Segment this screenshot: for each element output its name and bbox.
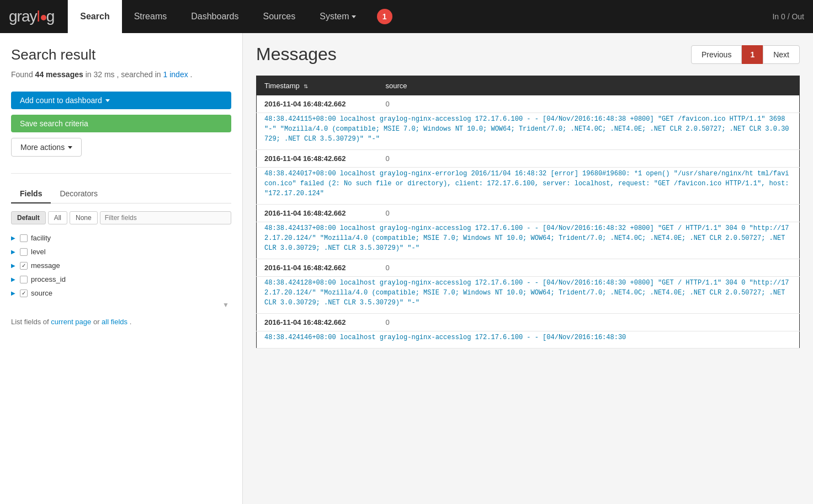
field-name-facility: facility — [31, 234, 51, 242]
save-search-label: Save search criteria — [20, 119, 88, 128]
table-row[interactable]: 2016-11-04 16:48:42.662 0 — [257, 150, 800, 168]
field-item-message: ▶ message — [11, 259, 231, 272]
footer-suffix: . — [130, 318, 132, 326]
table-row-detail: 48:38.424128+08:00 localhost graylog-ngi… — [257, 277, 800, 314]
result-index-link[interactable]: 1 index — [163, 70, 188, 79]
field-checkbox-source[interactable] — [20, 289, 28, 297]
add-count-caret-icon — [105, 99, 110, 102]
message-source-4: 0 — [378, 259, 800, 277]
table-row-detail: 48:38.424146+08:00 localhost graylog-ngi… — [257, 331, 800, 348]
filter-none-button[interactable]: None — [70, 211, 98, 224]
nav-item-system[interactable]: System — [307, 0, 368, 33]
field-expand-icon-message[interactable]: ▶ — [11, 262, 15, 269]
messages-title: Messages — [256, 44, 337, 65]
all-fields-link[interactable]: all fields — [102, 318, 127, 326]
field-item-process-id: ▶ process_id — [11, 272, 231, 286]
notification-badge[interactable]: 1 — [377, 9, 392, 24]
field-expand-icon-facility[interactable]: ▶ — [11, 235, 15, 241]
message-detail-5: 48:38.424146+08:00 localhost graylog-ngi… — [264, 333, 791, 342]
field-filter-row: Default All None — [11, 211, 231, 224]
col-timestamp-label: Timestamp — [264, 82, 300, 90]
field-name-source: source — [31, 289, 52, 297]
brand-name: graylg — [9, 8, 54, 25]
result-count: 44 messages — [35, 70, 83, 79]
field-name-level: level — [31, 248, 46, 256]
field-expand-icon-source[interactable]: ▶ — [11, 290, 15, 296]
table-row[interactable]: 2016-11-04 16:48:42.662 0 — [257, 259, 800, 277]
pagination-current-page[interactable]: 1 — [742, 45, 763, 64]
result-time-prefix: in — [86, 70, 94, 79]
system-caret-icon — [352, 15, 356, 18]
more-actions-button[interactable]: More actions — [11, 138, 82, 157]
message-detail-2: 48:38.424017+08:00 localhost graylog-ngi… — [264, 169, 791, 199]
tab-decorators[interactable]: Decorators — [51, 185, 106, 203]
message-detail-3: 48:38.424137+08:00 localhost graylog-ngi… — [264, 223, 791, 253]
fields-list: ▶ facility ▶ level ▶ message ▶ p — [11, 231, 231, 300]
field-item-facility: ▶ facility — [11, 231, 231, 245]
table-row-detail: 48:38.424137+08:00 localhost graylog-ngi… — [257, 222, 800, 259]
navbar: graylg Search Streams Dashboards Sources… — [0, 0, 813, 33]
tab-fields[interactable]: Fields — [11, 185, 51, 203]
table-row[interactable]: 2016-11-04 16:48:42.662 0 — [257, 95, 800, 113]
field-expand-icon-process-id[interactable]: ▶ — [11, 276, 15, 282]
message-timestamp-4: 2016-11-04 16:48:42.662 — [257, 259, 378, 277]
sidebar-divider — [11, 173, 231, 174]
add-count-to-dashboard-button[interactable]: Add count to dashboard — [11, 92, 231, 109]
nav-items: Search Streams Dashboards Sources System — [68, 0, 368, 33]
brand-logo[interactable]: graylg — [9, 8, 54, 25]
filter-default-button[interactable]: Default — [11, 211, 46, 224]
sort-icon[interactable]: ⇅ — [304, 83, 308, 89]
table-row[interactable]: 2016-11-04 16:48:42.662 0 — [257, 314, 800, 331]
more-actions-label: More actions — [20, 143, 65, 152]
nav-status: In 0 / Out — [772, 12, 804, 21]
table-row[interactable]: 2016-11-04 16:48:42.662 0 — [257, 205, 800, 222]
message-timestamp-1: 2016-11-04 16:48:42.662 — [257, 95, 378, 113]
sidebar: Search result Found 44 messages in 32 ms… — [0, 33, 243, 504]
col-timestamp[interactable]: Timestamp ⇅ — [257, 76, 378, 96]
nav-item-dashboards[interactable]: Dashboards — [179, 0, 251, 33]
message-detail-4: 48:38.424128+08:00 localhost graylog-ngi… — [264, 278, 791, 308]
nav-item-search[interactable]: Search — [68, 0, 121, 33]
table-body: 2016-11-04 16:48:42.662 0 48:38.424115+0… — [257, 95, 800, 348]
messages-header: Messages Previous 1 Next — [256, 44, 800, 65]
field-item-level: ▶ level — [11, 245, 231, 259]
message-source-5: 0 — [378, 314, 800, 331]
message-source-1: 0 — [378, 95, 800, 113]
scroll-down-icon[interactable]: ▼ — [11, 300, 231, 310]
message-detail-1: 48:38.424115+08:00 localhost graylog-ngi… — [264, 114, 791, 144]
field-expand-icon-level[interactable]: ▶ — [11, 249, 15, 255]
col-source: source — [378, 76, 800, 96]
footer-prefix: List fields of — [11, 318, 49, 326]
result-time: 32 ms — [93, 70, 114, 79]
pagination-previous-button[interactable]: Previous — [691, 45, 742, 64]
result-prefix: Found — [11, 70, 33, 79]
add-count-label: Add count to dashboard — [20, 96, 102, 105]
messages-table: Timestamp ⇅ source 2016-11-04 16:48:42.6… — [256, 76, 800, 348]
main-layout: Search result Found 44 messages in 32 ms… — [0, 33, 813, 504]
nav-item-streams[interactable]: Streams — [122, 0, 179, 33]
table-row-detail: 48:38.424017+08:00 localhost graylog-ngi… — [257, 168, 800, 205]
save-search-criteria-button[interactable]: Save search criteria — [11, 115, 231, 132]
search-result-title: Search result — [11, 46, 231, 63]
field-item-source: ▶ source — [11, 286, 231, 300]
current-page-link[interactable]: current page — [51, 318, 91, 326]
field-checkbox-level[interactable] — [20, 248, 28, 256]
field-checkbox-process-id[interactable] — [20, 276, 28, 283]
message-timestamp-5: 2016-11-04 16:48:42.662 — [257, 314, 378, 331]
fields-list-wrapper: ▶ facility ▶ level ▶ message ▶ p — [11, 231, 231, 310]
message-source-2: 0 — [378, 150, 800, 168]
table-header: Timestamp ⇅ source — [257, 76, 800, 96]
brand-dot — [41, 15, 46, 20]
field-checkbox-message[interactable] — [20, 262, 28, 270]
filter-all-button[interactable]: All — [48, 211, 67, 224]
filter-fields-input[interactable] — [100, 211, 231, 224]
message-source-3: 0 — [378, 205, 800, 222]
field-checkbox-facility[interactable] — [20, 234, 28, 242]
field-name-process-id: process_id — [31, 275, 66, 283]
message-timestamp-3: 2016-11-04 16:48:42.662 — [257, 205, 378, 222]
more-actions-caret-icon — [68, 146, 72, 149]
nav-item-sources[interactable]: Sources — [251, 0, 308, 33]
result-dot: . — [190, 70, 193, 79]
pagination-next-button[interactable]: Next — [763, 45, 800, 64]
table-row-detail: 48:38.424115+08:00 localhost graylog-ngi… — [257, 113, 800, 150]
